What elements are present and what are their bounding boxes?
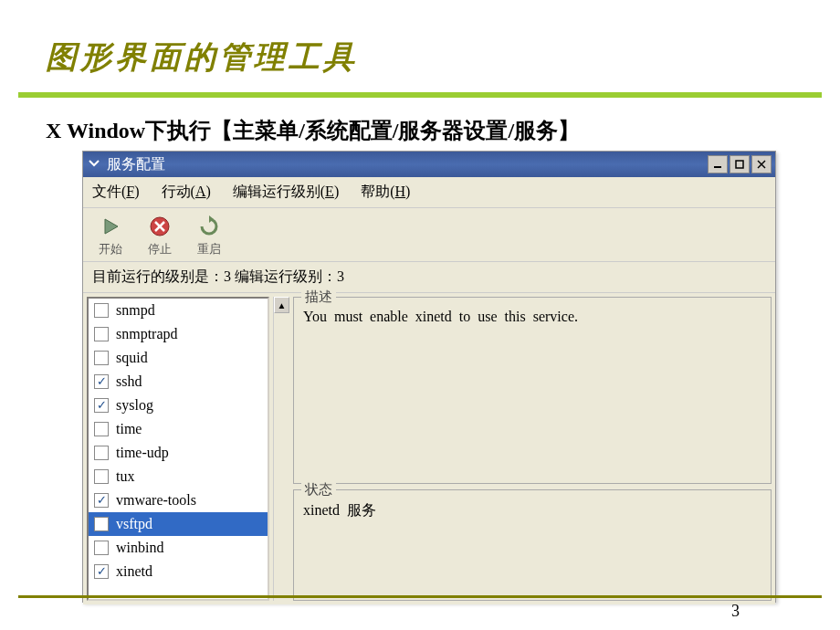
service-item-time[interactable]: time bbox=[89, 417, 268, 441]
scroll-up-icon[interactable]: ▲ bbox=[274, 297, 289, 313]
start-button[interactable]: 开始 bbox=[92, 214, 129, 257]
service-label: syslog bbox=[116, 397, 153, 414]
service-label: snmpd bbox=[116, 302, 155, 319]
service-item-xinetd[interactable]: ✓xinetd bbox=[89, 560, 268, 583]
play-icon bbox=[98, 214, 123, 239]
service-item-snmptrapd[interactable]: snmptrapd bbox=[89, 322, 268, 346]
service-label: winbind bbox=[116, 540, 163, 556]
checkbox[interactable] bbox=[94, 303, 109, 318]
service-label: xinetd bbox=[116, 563, 152, 580]
window-title: 服务配置 bbox=[107, 155, 708, 174]
titlebar-buttons bbox=[708, 155, 772, 173]
checkbox[interactable] bbox=[94, 327, 109, 341]
description-text: You must enable xinetd to use this servi… bbox=[294, 298, 771, 332]
checkbox[interactable] bbox=[94, 422, 109, 436]
service-item-sshd[interactable]: ✓sshd bbox=[89, 370, 268, 394]
maximize-button[interactable] bbox=[730, 155, 750, 173]
menu-f[interactable]: 文件(F) bbox=[92, 183, 140, 202]
menu-h[interactable]: 帮助(H) bbox=[361, 183, 410, 202]
panel-title: 描述 bbox=[301, 289, 336, 306]
service-item-syslog[interactable]: ✓syslog bbox=[89, 394, 268, 417]
checkbox[interactable] bbox=[94, 541, 109, 555]
checkbox[interactable] bbox=[94, 517, 109, 531]
checkbox[interactable]: ✓ bbox=[94, 493, 109, 508]
toolbar-label: 重启 bbox=[197, 241, 221, 257]
service-label: time bbox=[116, 421, 142, 437]
svg-rect-1 bbox=[736, 161, 743, 168]
checkbox[interactable]: ✓ bbox=[94, 398, 109, 413]
menu-a[interactable]: 行动(A) bbox=[162, 183, 211, 202]
service-item-snmpd[interactable]: snmpd bbox=[89, 299, 268, 322]
restart-button[interactable]: 重启 bbox=[191, 214, 227, 257]
checkbox[interactable]: ✓ bbox=[94, 374, 109, 389]
service-label: sshd bbox=[116, 373, 142, 390]
service-config-window: 服务配置 文件(F)行动(A)编辑运行级别(E)帮助(H) 开始 停止 重启 bbox=[82, 151, 776, 603]
stop-icon bbox=[147, 214, 173, 239]
service-label: squid bbox=[116, 350, 148, 366]
service-list[interactable]: snmpdsnmptrapdsquid✓sshd✓syslogtimetime-… bbox=[87, 297, 269, 601]
menubar: 文件(F)行动(A)编辑运行级别(E)帮助(H) bbox=[83, 177, 775, 208]
menu-e[interactable]: 编辑运行级别(E) bbox=[233, 183, 339, 202]
footer-line bbox=[18, 595, 822, 598]
scrollbar[interactable]: ▲ bbox=[273, 297, 289, 601]
service-label: time-udp bbox=[116, 445, 169, 461]
panel-title: 状态 bbox=[301, 481, 336, 499]
runlevel-status: 目前运行的级别是：3 编辑运行级别：3 bbox=[83, 262, 775, 293]
restart-icon bbox=[196, 214, 222, 239]
window-icon bbox=[87, 157, 101, 172]
service-label: vmware-tools bbox=[116, 492, 196, 509]
service-item-squid[interactable]: squid bbox=[89, 346, 268, 370]
svg-marker-4 bbox=[105, 219, 118, 234]
toolbar: 开始 停止 重启 bbox=[83, 208, 775, 262]
toolbar-label: 停止 bbox=[148, 241, 172, 257]
content-area: snmpdsnmptrapdsquid✓sshd✓syslogtimetime-… bbox=[83, 293, 775, 604]
checkbox[interactable]: ✓ bbox=[94, 564, 109, 579]
page-number: 3 bbox=[731, 602, 740, 621]
stop-button[interactable]: 停止 bbox=[142, 214, 178, 257]
subtitle: X Window下执行【主菜单/系统配置/服务器设置/服务】 bbox=[0, 98, 840, 159]
checkbox[interactable] bbox=[94, 469, 109, 484]
detail-panels: 描述 You must enable xinetd to use this se… bbox=[289, 293, 775, 604]
slide-title: 图形界面的管理工具 bbox=[0, 0, 840, 88]
toolbar-label: 开始 bbox=[99, 241, 122, 257]
service-item-tux[interactable]: tux bbox=[89, 465, 268, 488]
service-item-winbind[interactable]: winbind bbox=[89, 536, 268, 560]
checkbox[interactable] bbox=[94, 351, 109, 365]
service-label: tux bbox=[116, 468, 134, 485]
checkbox[interactable] bbox=[94, 446, 109, 460]
service-item-time-udp[interactable]: time-udp bbox=[89, 441, 268, 465]
service-label: vsftpd bbox=[116, 516, 152, 532]
status-panel: 状态 xinetd 服务 bbox=[293, 489, 772, 601]
status-text: xinetd 服务 bbox=[294, 490, 771, 528]
service-item-vmware-tools[interactable]: ✓vmware-tools bbox=[89, 488, 268, 512]
description-panel: 描述 You must enable xinetd to use this se… bbox=[293, 297, 772, 484]
service-label: snmptrapd bbox=[116, 326, 178, 342]
minimize-button[interactable] bbox=[708, 155, 728, 173]
close-button[interactable] bbox=[751, 155, 772, 173]
titlebar: 服务配置 bbox=[83, 152, 775, 177]
service-item-vsftpd[interactable]: vsftpd bbox=[89, 512, 268, 536]
